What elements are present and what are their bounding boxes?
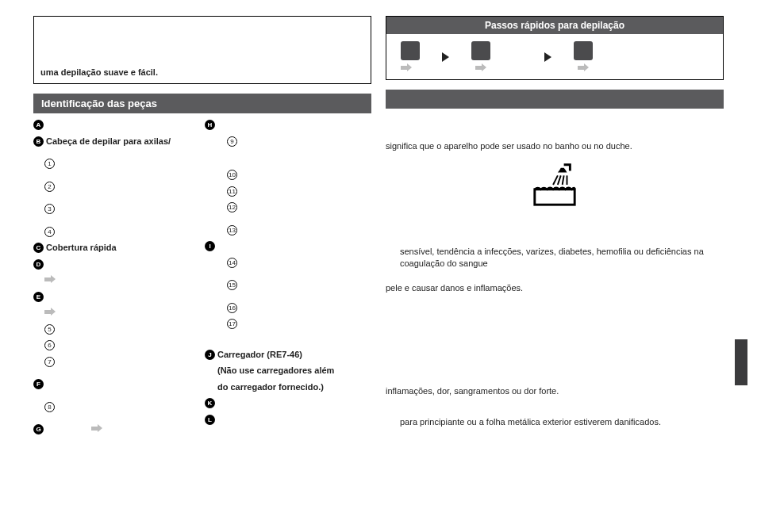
parts-grid: A BCabeça de depilar para axilas/ 1 2 3 … bbox=[33, 120, 371, 441]
badge-3: 3 bbox=[44, 204, 55, 214]
step-icon bbox=[574, 41, 593, 60]
right-text-block: significa que o aparelho pode ser usado … bbox=[386, 117, 724, 428]
quicksteps-header: Passos rápidos para depilação bbox=[386, 16, 724, 34]
label-J3: do carregador fornecido.) bbox=[217, 382, 324, 392]
badge-15: 15 bbox=[227, 280, 237, 290]
badge-9: 9 bbox=[227, 136, 237, 147]
badge-A: A bbox=[33, 120, 44, 130]
intro-box: uma depilação suave e fácil. bbox=[33, 16, 371, 84]
badge-12: 12 bbox=[227, 202, 237, 212]
step-icon bbox=[401, 41, 420, 60]
badge-5: 5 bbox=[44, 324, 55, 335]
arrow-icon bbox=[578, 63, 589, 72]
arrow-icon bbox=[44, 308, 56, 316]
badge-8: 8 bbox=[44, 402, 55, 412]
badge-16: 16 bbox=[227, 303, 237, 313]
badge-C: C bbox=[33, 243, 44, 253]
badge-2: 2 bbox=[44, 182, 55, 192]
badge-17: 17 bbox=[227, 319, 237, 329]
label-B: Cabeça de depilar para axilas/ bbox=[46, 136, 171, 147]
triangle-icon bbox=[442, 52, 449, 62]
badge-K: K bbox=[205, 398, 215, 408]
badge-E: E bbox=[33, 292, 44, 302]
svg-line-1 bbox=[553, 175, 558, 185]
triangle-icon bbox=[544, 52, 551, 62]
svg-rect-0 bbox=[535, 189, 574, 205]
label-J: Carregador (RE7-46) bbox=[217, 350, 302, 360]
step-icon bbox=[471, 41, 490, 60]
badge-4: 4 bbox=[44, 227, 55, 237]
text-p5: para principiante ou a folha metálica ex… bbox=[386, 416, 724, 428]
badge-F: F bbox=[33, 379, 44, 389]
parts-header: Identificação das peças bbox=[33, 94, 371, 113]
text-p1: significa que o aparelho pode ser usado … bbox=[386, 140, 724, 152]
badge-L: L bbox=[205, 415, 215, 425]
badge-6: 6 bbox=[44, 340, 55, 350]
arrow-icon bbox=[44, 275, 56, 284]
label-C: Cobertura rápida bbox=[46, 243, 117, 253]
badge-13: 13 bbox=[227, 225, 237, 235]
badge-7: 7 bbox=[44, 357, 55, 367]
svg-line-2 bbox=[558, 175, 561, 185]
badge-H: H bbox=[205, 120, 215, 130]
badge-G: G bbox=[33, 424, 44, 434]
badge-10: 10 bbox=[227, 170, 237, 180]
arrow-icon bbox=[91, 424, 102, 433]
badge-J: J bbox=[205, 350, 215, 360]
badge-D: D bbox=[33, 259, 44, 270]
badge-B: B bbox=[33, 136, 44, 147]
svg-line-3 bbox=[563, 175, 564, 185]
text-p4: inflamações, dor, sangramentos ou dor fo… bbox=[386, 385, 724, 397]
badge-I: I bbox=[205, 241, 215, 251]
page-tab bbox=[735, 339, 747, 385]
badge-14: 14 bbox=[227, 258, 237, 268]
arrow-icon bbox=[401, 63, 412, 72]
quicksteps-body bbox=[386, 34, 724, 80]
arrow-icon bbox=[475, 63, 486, 72]
text-p2: sensível, tendência a infecções, varizes… bbox=[386, 246, 724, 270]
text-p3: pele e causar danos e inflamações. bbox=[386, 282, 724, 294]
badge-1: 1 bbox=[44, 159, 55, 169]
intro-text: uma depilação suave e fácil. bbox=[40, 67, 158, 77]
badge-11: 11 bbox=[227, 186, 237, 197]
section-bar bbox=[386, 90, 724, 109]
shower-icon bbox=[530, 160, 579, 209]
label-J2: (Não use carregadores além bbox=[217, 366, 334, 376]
